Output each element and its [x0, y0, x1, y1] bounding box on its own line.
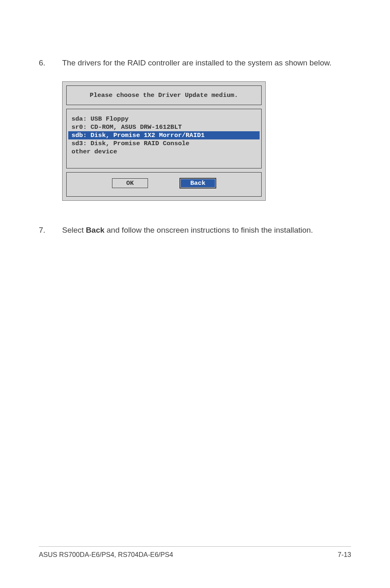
step-7-text: Select Back and follow the onscreen inst… — [62, 224, 351, 236]
footer-page-number: 7-13 — [338, 551, 351, 559]
step-7-number: 7. — [39, 224, 62, 236]
step-6: 6. The drivers for the RAID controller a… — [39, 0, 351, 69]
device-item-sr0[interactable]: sr0: CD-ROM, ASUS DRW-1612BLT — [70, 123, 258, 131]
step-7-prefix: Select — [62, 226, 86, 234]
dialog-title: Please choose the Driver Update medium. — [66, 85, 262, 105]
device-item-sd3[interactable]: sd3: Disk, Promise RAID Console — [70, 139, 258, 148]
step-7: 7. Select Back and follow the onscreen i… — [39, 201, 351, 236]
ok-button[interactable]: OK — [112, 178, 148, 188]
device-item-other[interactable]: other device — [70, 148, 258, 156]
device-item-sdb[interactable]: sdb: Disk, Promise 1X2 Morror/RAID1 — [68, 131, 260, 139]
footer-divider — [39, 546, 351, 547]
back-button[interactable]: Back — [180, 178, 216, 188]
step-7-bold: Back — [86, 226, 104, 234]
dialog-device-list: sda: USB Floppy sr0: CD-ROM, ASUS DRW-16… — [66, 109, 262, 168]
driver-update-dialog: Please choose the Driver Update medium. … — [62, 81, 266, 201]
step-6-text: The drivers for the RAID controller are … — [62, 57, 351, 69]
step-7-suffix: and follow the onscreen instructions to … — [105, 226, 313, 234]
dialog-button-row: OK Back — [66, 172, 262, 197]
step-6-number: 6. — [39, 57, 62, 69]
page-footer: ASUS RS700DA-E6/PS4, RS704DA-E6/PS4 7-13 — [39, 546, 351, 559]
footer-product-name: ASUS RS700DA-E6/PS4, RS704DA-E6/PS4 — [39, 551, 173, 559]
device-item-sda[interactable]: sda: USB Floppy — [70, 115, 258, 123]
